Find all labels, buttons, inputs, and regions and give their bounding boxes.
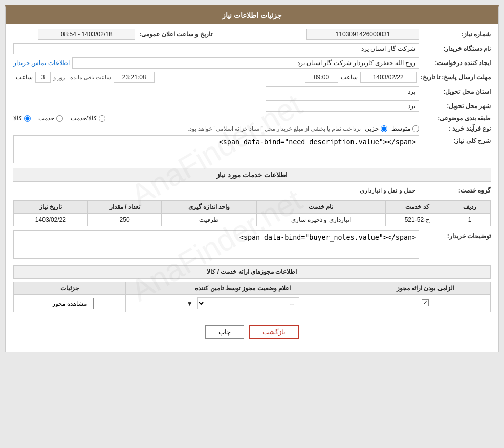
subject-radio-group: کالا/خدمت خدمت کالا [13,115,419,122]
radio-kala-label: کالا [13,115,22,122]
contact-link[interactable]: اطلاعات تماس خریدار [13,59,70,67]
radio-jozii[interactable]: جزیی [365,125,387,132]
permit-status-cell[interactable]: -- ▼ [126,295,360,312]
requester-value: روح الله جعفری کاربرداز شرکت گاز استان ی… [72,57,419,69]
response-time-label2: ساعت [13,74,35,81]
need-description-label: شرح کلی نیاز: [419,135,491,144]
subject-row: طبقه بندی موضوعی: کالا/خدمت خدمت کالا [13,115,491,122]
response-days-label: روز و [51,74,68,81]
process-desc: پرداخت تمام یا بخشی از مبلغ خریدار محل "… [187,125,361,132]
cell-service-code: ح-52-521 [385,214,449,226]
radio-khadamat-label: خدمت [38,115,54,122]
response-time-label: ساعت [338,74,360,81]
service-group-value: حمل و نقل و انبارداری [240,185,419,196]
radio-kala[interactable]: کالا [13,115,31,122]
permit-required-cell [360,295,491,312]
table-row: -- ▼ مشاهده مجوز [14,295,491,312]
cell-need-date: 1403/02/22 [14,214,88,226]
permit-status-select[interactable]: -- [197,297,299,309]
table-row: 1 ح-52-521 انبارداری و ذخیره سازی ظرفیت … [14,214,491,226]
view-permit-button[interactable]: مشاهده مجوز [46,298,94,309]
radio-motavaset-label: متوسط [391,125,410,132]
permit-col-status: اعلام وضعیت مجوز توسط تامین کننده [126,282,360,295]
need-description-row: شرح کلی نیاز: AnaFinder.net <span data-b… [13,135,491,165]
permit-col-required: الزامی بودن ارائه مجوز [360,282,491,295]
delivery-city-value: یزد [266,100,419,112]
need-number-row: شماره نیاز: 1103091426000031 تاریخ و ساع… [13,29,491,40]
need-number-value: 1103091426000031 [306,29,419,40]
permit-col-details: جزئیات [14,282,126,295]
delivery-city-row: شهر محل تحویل: یزد [13,100,491,112]
response-days: 3 [35,72,51,83]
services-table: ردیف کد خدمت نام خدمت واحد اندازه گیری ت… [13,200,491,226]
radio-motavaset[interactable]: متوسط [391,125,419,132]
need-description-textarea[interactable]: <span data-bind="need_description.value"… [13,135,419,163]
delivery-city-label: شهر محل تحویل: [419,102,491,110]
col-service-code: کد خدمت [385,201,449,214]
remaining-time: 23:21:08 [114,72,155,83]
response-time: 09:00 [305,72,338,83]
radio-khadamat[interactable]: خدمت [38,115,63,122]
announce-datetime-label: تاریخ و ساعت اعلان عمومی: [135,31,212,38]
delivery-province-value: یزد [266,86,419,97]
page-header: جزئیات اطلاعات نیاز [6,7,498,24]
buyer-org-value: شرکت گاز استان یزد [13,43,419,54]
need-number-label: شماره نیاز: [419,31,491,38]
buyer-notes-row: توضیحات خریدار: AnaFinder.net <span data… [13,230,491,260]
radio-jozii-label: جزیی [365,125,379,132]
back-button[interactable]: بازگشت [249,325,299,339]
buyer-notes-label: توضیحات خریدار: [419,230,491,240]
permit-required-checkbox[interactable] [422,299,429,306]
col-service-name: نام خدمت [256,201,385,214]
response-deadline-row: مهلت ارسال پاسخ: تا تاریخ: 1403/02/22 سا… [13,72,491,83]
delivery-province-row: استان محل تحویل: یزد [13,86,491,97]
footer-buttons: بازگشت چاپ [13,317,491,347]
buyer-notes-textarea[interactable]: <span data-bind="buyer_notes.value"></sp… [13,230,419,259]
response-deadline-label: مهلت ارسال پاسخ: تا تاریخ: [417,74,491,81]
remaining-label: ساعت باقی مانده [68,74,114,81]
process-label: نوع فرآیند خرید : [419,125,491,132]
col-need-date: تاریخ نیاز [14,201,88,214]
cell-service-name: انبارداری و ذخیره سازی [256,214,385,226]
cell-quantity: 250 [87,214,162,226]
announce-datetime-value: 1403/02/18 - 08:54 [38,29,135,40]
col-quantity: تعداد / مقدار [87,201,162,214]
radio-kala-khadamat[interactable]: کالا/خدمت [71,115,105,122]
delivery-province-label: استان محل تحویل: [419,88,491,95]
radio-kala-khadamat-label: کالا/خدمت [71,115,97,122]
service-group-label: گروه خدمت: [419,187,491,194]
buyer-org-label: نام دستگاه خریدار: [419,45,491,52]
services-section-title: اطلاعات خدمات مورد نیاز [13,168,491,182]
page-title: جزئیات اطلاعات نیاز [222,11,282,19]
permits-title: اطلاعات مجوزهای ارائه خدمت / کالا [13,265,491,279]
subject-label: طبقه بندی موضوعی: [419,115,491,122]
response-date: 1403/02/22 [360,72,417,83]
service-group-row: گروه خدمت: حمل و نقل و انبارداری [13,185,491,196]
permits-section: اطلاعات مجوزهای ارائه خدمت / کالا الزامی… [13,265,491,312]
permits-table: الزامی بودن ارائه مجوز اعلام وضعیت مجوز … [13,282,491,312]
print-button[interactable]: چاپ [205,325,244,339]
buyer-org-row: نام دستگاه خریدار: شرکت گاز استان یزد [13,43,491,54]
col-row-num: ردیف [449,201,491,214]
cell-unit: ظرفیت [162,214,256,226]
col-unit: واحد اندازه گیری [162,201,256,214]
cell-row-num: 1 [449,214,491,226]
requester-label: ایجاد کننده درخواست: [419,59,491,67]
requester-row: ایجاد کننده درخواست: روح الله جعفری کارب… [13,57,491,69]
permit-details-cell: مشاهده مجوز [14,295,126,312]
process-row: نوع فرآیند خرید : متوسط جزیی پرداخت تمام… [13,125,491,132]
